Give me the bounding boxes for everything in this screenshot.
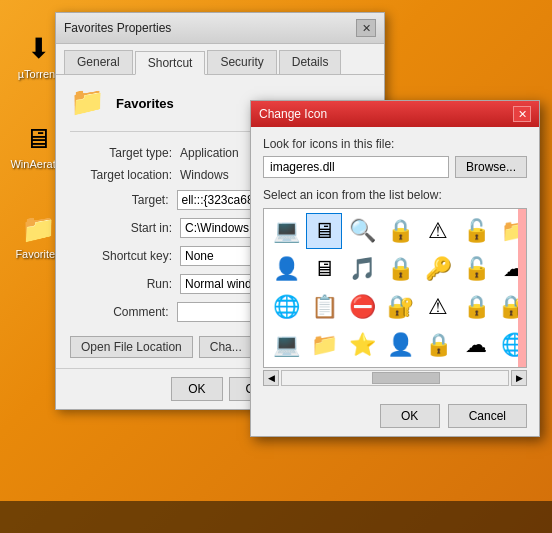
icon-cell-18[interactable]: ⚠: [420, 289, 456, 325]
target-location-value: Windows: [180, 168, 229, 182]
target-location-label: Target location:: [70, 168, 180, 182]
scroll-track[interactable]: [281, 370, 509, 386]
favorites-label: Favorites: [15, 248, 60, 260]
icon-cell-8[interactable]: 🖥: [306, 251, 342, 287]
icon-cell-12[interactable]: 🔓: [458, 251, 494, 287]
properties-close-button[interactable]: ✕: [356, 19, 376, 37]
icon-grid: 💻 🖥 🔍 🔒 ⚠ 🔓 📁 👤 🖥 🎵 🔒 🔑 🔓 ☁ 🌐 📋 ⛔ 🔐 ⚠: [264, 209, 526, 367]
changeicon-bottom: OK Cancel: [251, 396, 539, 436]
icon-cell-19[interactable]: 🔒: [458, 289, 494, 325]
taskbar: [0, 501, 552, 533]
tab-security[interactable]: Security: [207, 50, 276, 74]
changeicon-close-button[interactable]: ✕: [513, 106, 531, 122]
scroll-thumb[interactable]: [372, 372, 440, 384]
icon-cell-16[interactable]: ⛔: [344, 289, 380, 325]
icon-cell-17[interactable]: 🔐: [382, 289, 418, 325]
icon-cell-23[interactable]: ⭐: [344, 327, 380, 363]
tab-shortcut[interactable]: Shortcut: [135, 51, 206, 75]
icon-grid-scrollbar[interactable]: [518, 209, 526, 368]
icon-cell-3[interactable]: 🔒: [382, 213, 418, 249]
icon-cell-22[interactable]: 📁: [306, 327, 342, 363]
utorrent-label: µTorrent: [18, 68, 59, 80]
comment-label: Comment:: [70, 305, 177, 319]
icon-cell-10[interactable]: 🔒: [382, 251, 418, 287]
tab-general[interactable]: General: [64, 50, 133, 74]
changeicon-cancel-button[interactable]: Cancel: [448, 404, 527, 428]
target-label: Target:: [70, 193, 177, 207]
icon-cell-9[interactable]: 🎵: [344, 251, 380, 287]
icon-cell-11[interactable]: 🔑: [420, 251, 456, 287]
icon-cell-2[interactable]: 🔍: [344, 213, 380, 249]
file-row: Browse...: [263, 156, 527, 178]
icon-cell-25[interactable]: 🔒: [420, 327, 456, 363]
prop-header-icon: 📁: [70, 85, 106, 121]
open-file-location-button[interactable]: Open File Location: [70, 336, 193, 358]
changeicon-title: Change Icon: [259, 107, 327, 121]
icon-cell-14[interactable]: 🌐: [268, 289, 304, 325]
properties-title: Favorites Properties: [64, 21, 171, 35]
favorites-folder-icon: 📁: [20, 210, 56, 246]
tabs-row: General Shortcut Security Details: [56, 44, 384, 75]
winaero-icon: 🖥: [20, 120, 56, 156]
icon-cell-4[interactable]: ⚠: [420, 213, 456, 249]
utorrent-icon: ⬇: [20, 30, 56, 66]
shortcut-key-label: Shortcut key:: [70, 249, 180, 263]
properties-titlebar: Favorites Properties ✕: [56, 13, 384, 44]
icon-cell-21[interactable]: 💻: [268, 327, 304, 363]
scroll-right-button[interactable]: ▶: [511, 370, 527, 386]
start-in-label: Start in:: [70, 221, 180, 235]
icon-cell-7[interactable]: 👤: [268, 251, 304, 287]
look-for-label: Look for icons in this file:: [263, 137, 527, 151]
icon-cell-1[interactable]: 🖥: [306, 213, 342, 249]
change-icon-dialog: Change Icon ✕ Look for icons in this fil…: [250, 100, 540, 437]
icon-cell-5[interactable]: 🔓: [458, 213, 494, 249]
changeicon-titlebar: Change Icon ✕: [251, 101, 539, 127]
change-icon-button[interactable]: Cha...: [199, 336, 253, 358]
prop-header-title: Favorites: [116, 96, 174, 111]
scroll-left-button[interactable]: ◀: [263, 370, 279, 386]
changeicon-ok-button[interactable]: OK: [380, 404, 440, 428]
tab-details[interactable]: Details: [279, 50, 342, 74]
file-input[interactable]: [263, 156, 449, 178]
run-label: Run:: [70, 277, 180, 291]
icon-cell-15[interactable]: 📋: [306, 289, 342, 325]
target-type-label: Target type:: [70, 146, 180, 160]
icon-cell-0[interactable]: 💻: [268, 213, 304, 249]
changeicon-content: Look for icons in this file: Browse... S…: [251, 127, 539, 396]
horizontal-scrollbar: ◀ ▶: [263, 370, 527, 386]
properties-ok-button[interactable]: OK: [171, 377, 222, 401]
icon-grid-container: 💻 🖥 🔍 🔒 ⚠ 🔓 📁 👤 🖥 🎵 🔒 🔑 🔓 ☁ 🌐 📋 ⛔ 🔐 ⚠: [263, 208, 527, 368]
icon-cell-26[interactable]: ☁: [458, 327, 494, 363]
select-icons-label: Select an icon from the list below:: [263, 188, 527, 202]
target-type-value: Application: [180, 146, 239, 160]
browse-button[interactable]: Browse...: [455, 156, 527, 178]
icon-cell-24[interactable]: 👤: [382, 327, 418, 363]
